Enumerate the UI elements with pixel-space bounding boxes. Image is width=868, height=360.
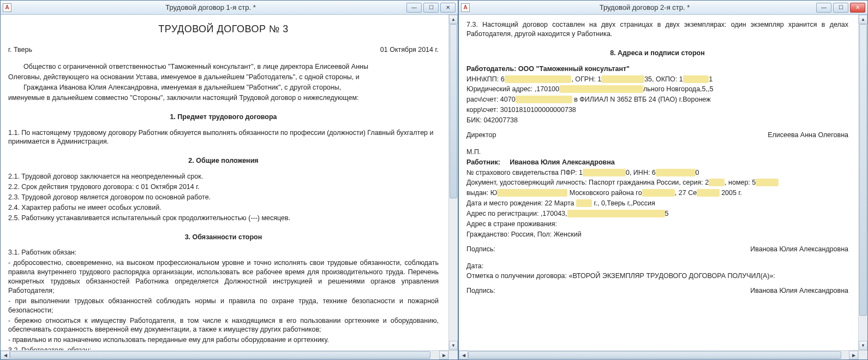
signature-name: Иванова Юлия Александровна — [750, 245, 848, 254]
scroll-down-arrow[interactable]: ▼ — [859, 341, 867, 350]
window-title: Трудовой договор 2-я стр. * — [473, 3, 816, 11]
signature2-name: Иванова Юлия Александровна — [750, 286, 848, 296]
worker-birth-line: Дата и место рождения: 22 Марта xxxx г.,… — [466, 199, 848, 208]
clause: 2.4. Характер работы не имеет особых усл… — [8, 203, 439, 213]
minimize-button[interactable]: — — [406, 3, 422, 13]
director-name: Елисеева Анна Олеговна — [768, 131, 848, 140]
window-page2: А Трудовой договор 2-я стр. * — ☐ ✕ 7.3.… — [458, 0, 868, 360]
intro-line: Общество с ограниченной ответственностью… — [8, 62, 439, 72]
close-button[interactable]: ✕ — [850, 3, 865, 13]
section-heading-8: 8. Адреса и подписи сторон — [466, 49, 848, 58]
scroll-corner — [448, 351, 458, 359]
worker-heading: Работник: Иванова Юлия Александровна — [466, 158, 848, 167]
signature-label: Подпись: — [466, 245, 495, 254]
scroll-corner — [858, 351, 867, 359]
scroll-track[interactable] — [449, 24, 458, 341]
worker-issued-line: выдан: Юxxxxxxxxxxxxxxxxxxxx Московского… — [466, 188, 848, 198]
maximize-button[interactable]: ☐ — [833, 3, 848, 13]
signature2-label: Подпись: — [466, 286, 495, 296]
clause: 2.5. Работнику устанавливается испытател… — [8, 214, 439, 223]
clause: 3.1. Работник обязан: — [8, 248, 439, 257]
scroll-up-arrow[interactable]: ▲ — [449, 15, 458, 24]
scroll-right-arrow[interactable]: ▶ — [439, 351, 448, 359]
intro-line: Олеговны, действующего на основании Уста… — [8, 73, 439, 82]
scroll-thumb[interactable] — [450, 24, 457, 198]
app-icon: А — [461, 3, 470, 12]
scroll-down-arrow[interactable]: ▼ — [449, 341, 458, 350]
bullet: - бережно относиться к имуществу Работод… — [8, 316, 439, 335]
director-label: Директор — [466, 131, 496, 140]
app-icon: А — [3, 3, 11, 12]
date-label: Дата: — [466, 262, 848, 271]
employer-bik-line: БИК: 042007738 — [466, 116, 848, 125]
employer-address-line: Юридический адрес: ,170100xxxxxxxxxxxxxx… — [466, 85, 848, 94]
doc-date: 01 Октября 2014 г. — [380, 45, 439, 55]
scroll-left-arrow[interactable]: ◀ — [1, 351, 10, 359]
horizontal-scrollbar[interactable]: ◀ ▶ — [459, 350, 867, 359]
scroll-right-arrow[interactable]: ▶ — [849, 351, 858, 359]
bullet: - правильно и по назначению использовать… — [8, 335, 439, 345]
scroll-thumb-h[interactable] — [468, 351, 841, 359]
scroll-left-arrow[interactable]: ◀ — [459, 351, 468, 359]
employer-rs-line: расч\счет: 4070xxxxxxxxxxxxxxxx в ФИЛИАЛ… — [466, 95, 848, 104]
doc-city: г. Тверь — [8, 45, 32, 55]
worker-passport-line: Документ, удостоверяющий личность: Паспо… — [466, 178, 848, 187]
document-body-page1: ТРУДОВОЙ ДОГОВОР № 3 г. Тверь 01 Октября… — [1, 15, 448, 350]
employer-heading: Работодатель: ООО "Таможенный консультан… — [466, 64, 848, 74]
worker-pfr-line: № страхового свидетельства ПФР: 1xxxxxxx… — [466, 168, 848, 178]
scroll-track[interactable] — [859, 24, 867, 341]
worker-reg-line: Адрес по регистрации: ,170043,xxxxxxxxxx… — [466, 209, 848, 219]
window-controls: — ☐ ✕ — [816, 3, 865, 13]
window-page1: А Трудовой договор 1-я стр. * — ☐ ✕ ТРУД… — [0, 0, 458, 360]
window-controls: — ☐ ✕ — [406, 3, 456, 13]
scroll-up-arrow[interactable]: ▲ — [859, 15, 867, 24]
clause: 2.1. Трудовой договор заключается на нео… — [8, 172, 439, 181]
titlebar-page2[interactable]: А Трудовой договор 2-я стр. * — ☐ ✕ — [459, 1, 867, 15]
scroll-track-h[interactable] — [10, 351, 439, 359]
worker-live-line: Адрес в стране проживания: — [466, 220, 848, 229]
window-title: Трудовой договор 1-я стр. * — [15, 3, 406, 11]
clause: 2.3. Трудовой договор является договором… — [8, 193, 439, 202]
scroll-thumb[interactable] — [859, 24, 867, 316]
scroll-track-h[interactable] — [468, 351, 849, 359]
doc-title: ТРУДОВОЙ ДОГОВОР № 3 — [8, 22, 439, 36]
clause-7-3: 7.3. Настоящий договор составлен на двух… — [466, 20, 848, 39]
scroll-thumb-h[interactable] — [10, 351, 430, 359]
section-heading-3: 3. Обязанности сторон — [8, 233, 439, 242]
employer-inn-line: ИНН\КПП: 6xxxxxxxxxxxxxxxxxxx, ОГРН: 1xx… — [466, 75, 848, 84]
clause: 1.1. По настоящему трудовому договору Ра… — [8, 128, 439, 147]
clause: 3.2. Работодатель обязан: — [8, 346, 439, 350]
employer-ks-line: корр\счет: 30101810100000000738 — [466, 105, 848, 115]
document-body-page2: 7.3. Настоящий договор составлен на двух… — [459, 15, 858, 350]
mp-label: М.П. — [466, 147, 848, 157]
receipt-line: Отметка о получении договора: «ВТОРОЙ ЭК… — [466, 272, 848, 281]
intro-line: именуемые в дальнейшем совместно "Сторон… — [8, 93, 439, 103]
worker-citizen-line: Гражданство: Россия, Пол: Женский — [466, 230, 848, 239]
bullet: - добросовестно, своевременно, на высоко… — [8, 258, 439, 296]
minimize-button[interactable]: — — [816, 3, 831, 13]
bullet: - при выполнении трудовых обязанностей с… — [8, 297, 439, 315]
clause: 2.2. Срок действия трудового договора: с… — [8, 182, 439, 192]
horizontal-scrollbar[interactable]: ◀ ▶ — [1, 350, 458, 359]
section-heading-1: 1. Предмет трудового договора — [8, 113, 439, 122]
intro-line: Гражданка Иванова Юлия Александровна, им… — [8, 83, 439, 92]
document-viewport-page2: 7.3. Настоящий договор составлен на двух… — [459, 15, 867, 350]
titlebar-page1[interactable]: А Трудовой договор 1-я стр. * — ☐ ✕ — [1, 1, 458, 15]
vertical-scrollbar[interactable]: ▲ ▼ — [448, 15, 458, 350]
vertical-scrollbar[interactable]: ▲ ▼ — [858, 15, 867, 350]
close-button[interactable]: ✕ — [440, 3, 456, 13]
section-heading-2: 2. Общие положения — [8, 156, 439, 166]
document-viewport-page1: ТРУДОВОЙ ДОГОВОР № 3 г. Тверь 01 Октября… — [1, 15, 458, 350]
maximize-button[interactable]: ☐ — [423, 3, 439, 13]
